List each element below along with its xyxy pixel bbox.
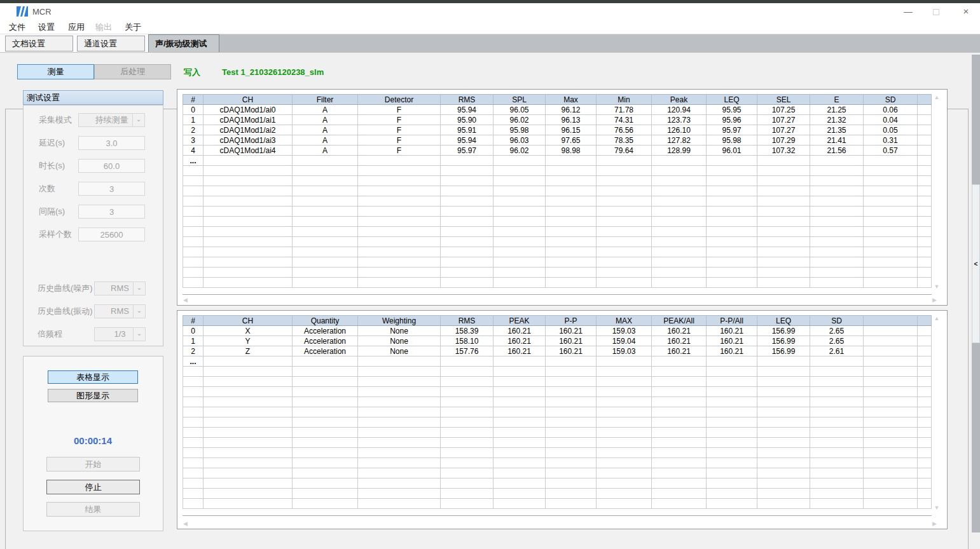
cell	[441, 417, 493, 428]
setting-input[interactable]	[78, 159, 145, 173]
cell	[293, 217, 358, 227]
column-header[interactable]: PEAK	[493, 316, 546, 326]
scroll-left-icon[interactable]: ◀	[183, 520, 188, 527]
column-header[interactable]: Peak	[652, 95, 707, 105]
column-header[interactable]: E	[810, 95, 864, 105]
scroll-right-icon[interactable]: ▶	[932, 297, 937, 303]
table-row[interactable]: 2cDAQ1Mod1/ai2AF95.9195.9896.1576.56126.…	[183, 125, 932, 135]
setting-input[interactable]	[78, 182, 145, 196]
cell: 160.21	[493, 346, 546, 356]
column-header[interactable]: RMS	[441, 316, 493, 326]
table-row[interactable]: 0cDAQ1Mod1/ai0AF95.9496.0596.1271.78120.…	[183, 105, 932, 115]
menu-about[interactable]: 关于	[122, 21, 144, 34]
cell: 98.98	[546, 146, 597, 156]
cell: 160.21	[652, 336, 707, 346]
start-button[interactable]: 开始	[46, 457, 140, 471]
setting-label: 历史曲线(噪声)	[38, 281, 93, 295]
column-header[interactable]: P-P/All	[707, 316, 757, 326]
column-header[interactable]: SD	[864, 95, 918, 105]
menu-apply[interactable]: 应用	[66, 21, 87, 34]
noise-table-hscrollbar[interactable]: ◀ ▶	[183, 295, 942, 304]
column-header[interactable]: SD	[810, 316, 864, 326]
chevron-down-icon[interactable]: ⌄	[132, 114, 144, 126]
scroll-down-icon[interactable]: ▼	[934, 505, 940, 511]
column-header[interactable]: #	[183, 316, 204, 326]
cell	[204, 428, 293, 438]
scroll-left-icon[interactable]: ◀	[183, 297, 188, 303]
vibration-table-vscrollbar[interactable]: ▲ ▼	[932, 315, 942, 511]
tab-channel-settings[interactable]: 通道设置	[77, 36, 145, 51]
result-button[interactable]: 结果	[46, 502, 140, 517]
cell	[183, 377, 204, 387]
column-header[interactable]: Filter	[293, 95, 358, 105]
scroll-up-icon[interactable]: ▲	[934, 315, 940, 322]
tab-sound-vibration-test[interactable]: 声/振动级测试	[148, 34, 219, 52]
noise-table-vscrollbar[interactable]: ▲ ▼	[932, 94, 942, 290]
maximize-button[interactable]	[925, 3, 947, 20]
column-header[interactable]: Detector	[358, 95, 441, 105]
menu-output[interactable]: 输出	[93, 21, 114, 34]
column-header[interactable]: LEQ	[757, 316, 810, 326]
cell	[441, 458, 493, 468]
table-row[interactable]: 1YAccelerationNone158.10160.21160.21159.…	[183, 336, 932, 346]
column-header[interactable]	[918, 95, 932, 105]
setting-dropdown[interactable]: RMS⌄	[94, 304, 146, 318]
table-row[interactable]: 3cDAQ1Mod1/ai3AF95.9496.0397.6578.35127.…	[183, 135, 932, 146]
column-header[interactable]	[864, 316, 918, 326]
cell	[204, 217, 293, 227]
minimize-button[interactable]: —	[897, 3, 919, 20]
column-header[interactable]: Weighting	[358, 316, 441, 326]
column-header[interactable]: Min	[597, 95, 652, 105]
table-row[interactable]: 2ZAccelerationNone157.76160.21160.21159.…	[183, 346, 932, 356]
table-row[interactable]: 1cDAQ1Mod1/ai1AF95.9096.0296.1374.31123.…	[183, 115, 932, 125]
setting-dropdown[interactable]: RMS⌄	[94, 281, 146, 295]
column-header[interactable]: MAX	[597, 316, 652, 326]
stop-button[interactable]: 停止	[46, 480, 140, 494]
table-display-button[interactable]: 表格显示	[48, 370, 138, 384]
cell	[597, 499, 652, 509]
cell	[707, 468, 757, 478]
menu-settings[interactable]: 设置	[36, 21, 57, 34]
cell	[757, 377, 810, 387]
scroll-down-icon[interactable]: ▼	[934, 283, 940, 290]
cell	[441, 247, 493, 257]
cell	[183, 438, 204, 448]
table-row[interactable]: 0XAccelerationNone158.39160.21160.21159.…	[183, 326, 932, 336]
vibration-table-hscrollbar[interactable]: ◀ ▶	[183, 519, 942, 527]
graph-display-button[interactable]: 图形显示	[48, 389, 138, 402]
column-header[interactable]: RMS	[441, 95, 493, 105]
chevron-down-icon[interactable]: ⌄	[133, 328, 145, 341]
setting-dropdown[interactable]: 1/3⌄	[94, 327, 146, 341]
column-header[interactable]: Quantity	[293, 316, 358, 326]
menu-file[interactable]: 文件	[6, 21, 28, 34]
column-header[interactable]: LEQ	[707, 95, 757, 105]
setting-dropdown[interactable]: 持续测量⌄	[78, 113, 145, 127]
setting-label: 次数	[39, 182, 55, 196]
column-header[interactable]: Max	[546, 95, 597, 105]
column-header[interactable]: CH	[204, 316, 293, 326]
panel-collapse-button[interactable]: <	[972, 184, 980, 343]
column-header[interactable]: CH	[204, 95, 293, 105]
table-row[interactable]: 4cDAQ1Mod1/ai4AF95.9796.0298.9879.64128.…	[183, 146, 932, 156]
cell: 107.25	[757, 105, 810, 115]
column-header[interactable]: SEL	[757, 95, 810, 105]
column-header[interactable]: SPL	[493, 95, 546, 105]
scroll-right-icon[interactable]: ▶	[932, 520, 937, 527]
cell	[293, 438, 358, 448]
setting-label: 延迟(s)	[39, 136, 65, 150]
column-header[interactable]: PEAK/All	[652, 316, 707, 326]
setting-input[interactable]	[78, 227, 145, 241]
chevron-down-icon[interactable]: ⌄	[133, 282, 145, 295]
postprocess-mode-button[interactable]: 后处理	[94, 64, 171, 79]
chevron-down-icon[interactable]: ⌄	[133, 305, 145, 318]
cell	[493, 438, 546, 448]
close-button[interactable]: ×	[955, 3, 977, 20]
tab-document-settings[interactable]: 文档设置	[5, 36, 73, 51]
measure-mode-button[interactable]: 测量	[17, 64, 94, 79]
column-header[interactable]	[918, 316, 932, 326]
column-header[interactable]: P-P	[546, 316, 597, 326]
column-header[interactable]: #	[183, 95, 204, 105]
setting-input[interactable]	[78, 205, 145, 219]
setting-input[interactable]	[78, 136, 145, 150]
scroll-up-icon[interactable]: ▲	[934, 94, 940, 100]
